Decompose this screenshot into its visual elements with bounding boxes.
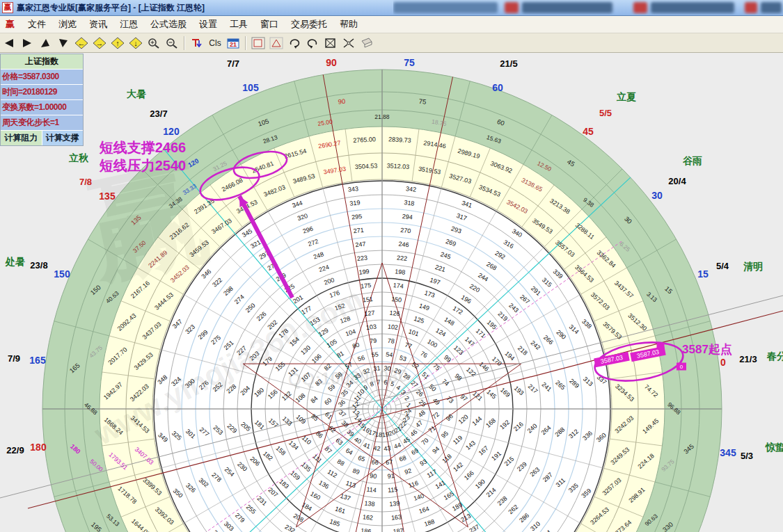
eraser-icon[interactable] xyxy=(358,35,375,51)
date-label: 23/7 xyxy=(150,108,167,119)
wheel-label: 21.88 xyxy=(374,113,390,120)
quote-panel: 上证指数 价格=3587.0300 时间=20180129 变换系数=1.000… xyxy=(0,54,84,146)
wheel-label: 343 xyxy=(347,185,358,193)
wheel-label: 198 xyxy=(395,268,406,276)
arrow-down-icon[interactable] xyxy=(55,35,72,51)
svg-text:21: 21 xyxy=(230,41,237,48)
wheel-label: 55 xyxy=(371,351,379,359)
wheel-label: 163 xyxy=(391,513,402,522)
degree-label: 60 xyxy=(492,82,503,93)
price-row: 价格=3587.0300 xyxy=(1,70,83,85)
menu-item-10[interactable]: 帮助 xyxy=(333,17,364,32)
time-axis-icon[interactable] xyxy=(189,35,205,51)
date-label: 5/3 xyxy=(741,451,753,461)
wheel-label: 42 xyxy=(373,444,381,452)
diamond-down-icon[interactable]: ↓ xyxy=(127,35,144,51)
rotate-cw-icon[interactable] xyxy=(286,35,303,51)
svg-text:←: ← xyxy=(78,39,86,47)
wheel-label: 162 xyxy=(362,513,373,522)
wheel-label: 187 xyxy=(393,527,404,532)
wheel-label: 174 xyxy=(393,282,404,290)
solar-term-label: 谷雨 xyxy=(682,155,702,166)
menu-item-9[interactable]: 交易委托 xyxy=(285,17,333,32)
solar-term-label: 大暑 xyxy=(127,88,146,99)
degree-label: 120 xyxy=(163,126,180,137)
solar-term-label: 立秋 xyxy=(68,152,89,163)
window-title: 赢家江恩专业版[赢家服务平台] - [上证指数 江恩轮] xyxy=(17,2,205,14)
wheel-label: 175 xyxy=(361,282,372,290)
zoom-in-icon[interactable] xyxy=(145,35,162,51)
wheel-label: 78 xyxy=(387,337,395,345)
fit-center-icon[interactable] xyxy=(340,35,357,51)
svg-text:↑: ↑ xyxy=(116,39,120,47)
menu-item-5[interactable]: 公式选股 xyxy=(144,17,193,32)
gann-wheel-canvas[interactable]: 1234567891011121314151617181920212223242… xyxy=(0,52,783,532)
solar-term-label: 惊蛰 xyxy=(765,442,783,453)
degree-label: 150 xyxy=(54,268,70,280)
degree-label: 45 xyxy=(583,126,594,137)
calendar-icon[interactable]: 21 xyxy=(225,35,242,51)
app-logo-icon: 赢 xyxy=(2,2,13,13)
blurred-tab-shape xyxy=(651,2,734,13)
highlighted-mark xyxy=(657,343,665,350)
zoom-out-icon[interactable] xyxy=(164,35,180,51)
cls-icon[interactable]: Cls xyxy=(207,35,223,51)
menu-item-8[interactable]: 窗口 xyxy=(254,17,285,32)
wheel-label: 91 xyxy=(387,472,395,480)
date-row: 时间=20180129 xyxy=(1,85,83,100)
rotate-ccw-icon[interactable] xyxy=(304,35,321,51)
wheel-label: 138 xyxy=(364,499,375,508)
solar-term-label: 清明 xyxy=(743,261,763,272)
wheel-label: 115 xyxy=(388,486,398,494)
title-bar[interactable]: 赢 赢家江恩专业版[赢家服务平台] - [上证指数 江恩轮] xyxy=(0,0,783,16)
solar-term-label: 春分 xyxy=(766,350,783,362)
wheel-label: 150 xyxy=(391,296,402,304)
instrument-name: 上证指数 xyxy=(1,54,83,70)
solar-term-label: 立夏 xyxy=(616,91,636,102)
wheel-label: 3504.53 xyxy=(355,162,378,170)
step-row: 周天变化步长=1 xyxy=(1,115,83,131)
solar-term-label: 处暑 xyxy=(5,256,25,267)
wheel-label: 186 xyxy=(361,527,372,532)
wheel-label: 67 xyxy=(386,458,393,466)
calc-support-button[interactable]: 计算支撑 xyxy=(42,131,84,145)
degree-label: 75 xyxy=(404,57,415,68)
menu-item-1[interactable]: 文件 xyxy=(22,17,52,32)
date-label: 5/4 xyxy=(716,261,729,271)
menu-item-6[interactable]: 设置 xyxy=(193,17,223,32)
arrow-right-icon[interactable] xyxy=(19,35,35,51)
wheel-label: 43 xyxy=(383,444,391,452)
menu-item-2[interactable]: 浏览 xyxy=(52,17,83,32)
cls-label: Cls xyxy=(209,38,221,48)
menu-item-7[interactable]: 工具 xyxy=(223,17,254,32)
square-tool-icon[interactable] xyxy=(250,35,267,51)
degree-label: 165 xyxy=(29,355,46,366)
wheel-label: 295 xyxy=(351,213,363,221)
date-label: 21/5 xyxy=(500,58,517,69)
menu-item-3[interactable]: 资讯 xyxy=(83,17,113,32)
arrow-left-icon[interactable] xyxy=(1,35,17,51)
triangle-tool-icon[interactable] xyxy=(268,35,285,51)
wheel-label: 246 xyxy=(398,241,409,249)
wheel-label: 66 xyxy=(371,458,379,466)
blurred-tab-shape xyxy=(393,2,498,13)
wheel-label: 2765.00 xyxy=(353,136,376,144)
origin-annotation: 3587起点 xyxy=(682,343,732,356)
diamond-up-icon[interactable]: ↑ xyxy=(109,35,126,51)
wheel-label: 139 xyxy=(389,499,400,508)
date-label: 7/8 xyxy=(79,177,92,187)
calc-resistance-button[interactable]: 计算阻力 xyxy=(1,131,42,145)
wheel-label: 151 xyxy=(362,296,373,304)
date-label: 20/4 xyxy=(668,176,686,186)
wheel-label: 102 xyxy=(387,323,398,332)
wheel-label: 90 xyxy=(370,472,377,480)
wheel-label: 54 xyxy=(386,351,393,359)
date-label: 7/9 xyxy=(8,353,20,364)
wheel-label: 318 xyxy=(404,199,415,207)
menu-item-4[interactable]: 江恩 xyxy=(113,17,144,32)
blurred-tab-shape xyxy=(745,2,757,13)
arrow-up-icon[interactable] xyxy=(37,35,54,51)
box-x-icon[interactable] xyxy=(322,35,339,51)
diamond-left-icon[interactable]: ← xyxy=(73,35,90,51)
diamond-right-icon[interactable]: → xyxy=(91,35,108,51)
